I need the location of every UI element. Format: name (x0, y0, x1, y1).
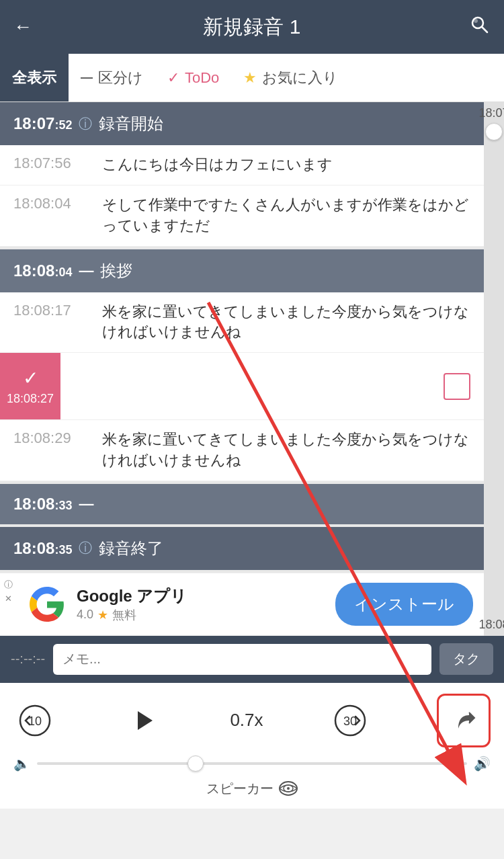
ad-subtitle: 4.0 ★ 無料 (77, 607, 326, 623)
todo-time: 18:08:27 (7, 392, 54, 406)
tab-todo[interactable]: ✓ ToDo (155, 54, 231, 101)
memo-button[interactable]: タク (439, 643, 493, 675)
list-item: 18:07:56 こんにちは今日はカフェにいます (0, 145, 484, 186)
tab-kubunke-label: 区分け (98, 68, 143, 88)
volume-thumb[interactable] (187, 755, 204, 772)
row-text-content: 米を家に置いてきてしまいました今度から気をつけなければいけませんね (102, 302, 470, 343)
ad-star-icon: ★ (97, 608, 108, 622)
todo-checkbox[interactable] (444, 373, 470, 400)
playback-bar: 10 0.7x 30 (0, 683, 504, 809)
tab-bar: 全表示 — 区分け ✓ ToDo ★ お気に入り (0, 54, 504, 102)
tab-todo-label: ToDo (185, 69, 219, 87)
svg-line-1 (482, 27, 487, 32)
ad-title: Google アプリ (77, 585, 326, 607)
memo-time: --:--:-- (11, 651, 45, 667)
row-time: 18:08:17 (13, 302, 94, 319)
speaker-label: スピーカー (13, 780, 491, 803)
memo-input[interactable] (53, 644, 431, 675)
row-time: 18:08:29 (13, 430, 94, 447)
main-list: 18:07:52 ⓘ 録音開始 18:07:56 こんにちは今日はカフェにいます… (0, 102, 484, 636)
list-item: 18:08:04 そして作業中ですたくさん人がいますが作業をはかどっていますただ (0, 186, 484, 247)
tab-all-label: 全表示 (12, 68, 56, 88)
row-text-content: 米を家に置いてきてしまいました今度から気をつけなければいけませんね (102, 430, 470, 471)
scrollbar[interactable]: 18:07 18:08 (484, 102, 504, 636)
info-icon: ⓘ (79, 539, 92, 557)
section-dash-icon: — (79, 262, 93, 280)
rewind-button[interactable]: 10 (13, 699, 56, 742)
memo-bar: --:--:-- タク (0, 636, 504, 683)
star-icon: ★ (243, 69, 257, 87)
volume-high-icon: 🔊 (474, 755, 491, 772)
row-recording-end: 18:08:35 ⓘ 録音終了 (0, 527, 484, 570)
row-time: 18:07:56 (13, 155, 94, 172)
row-system-label: 録音開始 (99, 113, 163, 134)
content-area: 18:07:52 ⓘ 録音開始 18:07:56 こんにちは今日はカフェにいます… (0, 102, 504, 636)
svg-marker-5 (138, 711, 153, 730)
install-button[interactable]: インストール (335, 583, 473, 626)
row-time: 18:08:35 (13, 539, 72, 558)
svg-point-10 (287, 787, 290, 790)
back-button[interactable]: ← (13, 16, 32, 38)
row-time: 18:08:33 (13, 495, 72, 514)
row-time: 18:08:04 (13, 195, 94, 212)
volume-slider[interactable] (37, 762, 467, 765)
row-time: 18:08:04 (13, 261, 72, 280)
todo-check-area[interactable]: ✓ 18:08:27 (0, 353, 60, 419)
playback-controls: 10 0.7x 30 (13, 694, 491, 747)
row-section-greet[interactable]: 18:08:04 — 挨拶 (0, 249, 484, 292)
info-icon: ⓘ (79, 115, 92, 133)
tab-fav-label: お気に入り (262, 68, 338, 88)
tab-fav[interactable]: ★ お気に入り (231, 54, 350, 101)
row-text-content: こんにちは今日はカフェにいます (102, 155, 333, 175)
tab-kubunke[interactable]: — 区分け (69, 54, 155, 101)
svg-point-2 (474, 19, 478, 23)
tab-all[interactable]: 全表示 (0, 54, 69, 101)
speed-label: 0.7x (230, 710, 263, 731)
list-item: 18:08:29 米を家に置いてきてしまいました今度から気をつけなければいけませ… (0, 420, 484, 481)
row-system-label: 録音終了 (99, 538, 163, 559)
header: ← 新規録音 1 (0, 0, 504, 54)
play-button[interactable] (122, 699, 165, 742)
header-title: 新規録音 1 (203, 13, 300, 41)
scrollbar-label-top: 18:07 (478, 106, 504, 120)
check-mark-icon: ✓ (23, 367, 38, 389)
section-label: 挨拶 (100, 260, 132, 282)
row-text-content: そして作業中ですたくさん人がいますが作業をはかどっていますただ (102, 195, 470, 237)
ad-close-icon[interactable]: ✕ (5, 594, 12, 604)
todo-content (60, 353, 484, 419)
list-item: 18:08:17 米を家に置いてきてしまいました今度から気をつけなければいけませ… (0, 292, 484, 354)
ad-banner: ⓘ ✕ Google アプリ 4.0 ★ 無料 (0, 573, 484, 636)
scrollbar-thumb[interactable] (485, 123, 503, 140)
volume-row: 🔈 🔊 (13, 755, 491, 772)
google-logo (27, 584, 67, 624)
search-icon[interactable] (469, 14, 491, 40)
forward-button[interactable]: 30 (329, 699, 372, 742)
dash-icon: — (81, 71, 93, 85)
row-time: 18:07:52 (13, 114, 72, 133)
row-todo[interactable]: ✓ 18:08:27 (0, 353, 484, 420)
scrollbar-label-bottom: 18:08 (478, 618, 504, 632)
ad-info-icon: ⓘ (4, 579, 13, 591)
ad-text: Google アプリ 4.0 ★ 無料 (77, 585, 326, 623)
row-section-dash[interactable]: 18:08:33 — (0, 484, 484, 524)
volume-low-icon: 🔈 (13, 755, 30, 772)
check-icon: ✓ (167, 69, 179, 87)
share-button[interactable] (437, 694, 491, 747)
row-recording-start: 18:07:52 ⓘ 録音開始 (0, 102, 484, 145)
section-dash-icon: — (79, 495, 93, 513)
